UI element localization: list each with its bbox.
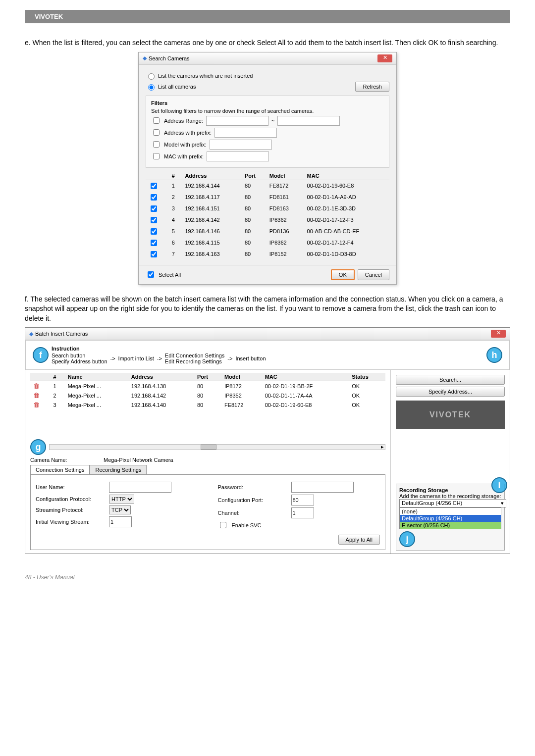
- arrow-icon: ->: [110, 355, 115, 361]
- chevron-right-icon[interactable]: ▸: [381, 444, 384, 450]
- apply-to-all-button[interactable]: Apply to All: [338, 535, 380, 545]
- addr-prefix-input[interactable]: [214, 128, 277, 138]
- row-checkbox[interactable]: [151, 183, 157, 189]
- marker-j: j: [399, 531, 415, 547]
- arrow-icon: ->: [157, 355, 162, 361]
- storage-select[interactable]: DefaultGroup (4/256 CH) ▾: [399, 499, 506, 507]
- flow-edit-conn: Edit Connection Settings: [165, 353, 224, 358]
- instruction-label: Instruction: [52, 346, 483, 352]
- trash-icon[interactable]: 🗑: [33, 401, 40, 408]
- stream-protocol-select[interactable]: TCP: [109, 505, 131, 514]
- radio-all[interactable]: [148, 84, 155, 91]
- batch-insert-dialog: ◆ Batch Insert Cameras ✕ f Instruction S…: [25, 327, 510, 554]
- conf-protocol-select[interactable]: HTTP: [109, 495, 134, 504]
- radio-not-inserted-label: List the cameras which are not inserted: [158, 73, 253, 79]
- table-row[interactable]: 2192.168.4.11780FD816100-02-D1-1A-A9-AD: [146, 192, 389, 203]
- refresh-button[interactable]: Refresh: [355, 82, 389, 92]
- storage-option[interactable]: DefaultGroup (4/256 CH): [400, 515, 501, 522]
- ok-button[interactable]: OK: [331, 269, 355, 280]
- storage-option[interactable]: (none): [400, 508, 501, 515]
- tab-connection-settings[interactable]: Connection Settings: [30, 465, 90, 474]
- radio-all-label: List all cameras: [158, 84, 196, 90]
- lbl-channel: Channel:: [218, 510, 287, 516]
- mac-prefix-input[interactable]: [207, 151, 269, 161]
- table-row[interactable]: 3192.168.4.15180FD816300-02-D1-1E-3D-3D: [146, 203, 389, 214]
- scrollbar[interactable]: ▸: [49, 444, 385, 450]
- search-button[interactable]: Search...: [396, 375, 505, 385]
- chk-enable-svc[interactable]: [220, 522, 226, 528]
- channel-stepper[interactable]: [291, 507, 314, 518]
- batch-cameras-table: # Name Address Port Model MAC Status 🗑1M…: [30, 373, 385, 409]
- batch-title-text: Batch Insert Cameras: [35, 331, 88, 337]
- col-num: #: [169, 172, 182, 180]
- trash-icon[interactable]: 🗑: [33, 392, 40, 399]
- dialog-title-text: Search Cameras: [149, 55, 190, 61]
- row-checkbox[interactable]: [151, 240, 157, 246]
- flow-edit-rec: Edit Recording Settings: [165, 358, 224, 364]
- conf-port-stepper[interactable]: [291, 495, 314, 505]
- specify-address-button[interactable]: Specify Address...: [396, 387, 505, 397]
- storage-dropdown[interactable]: (none) DefaultGroup (4/256 CH) E sector …: [399, 507, 501, 529]
- chk-address-prefix[interactable]: [153, 129, 160, 136]
- chk-mac-prefix[interactable]: [153, 153, 160, 159]
- col-address: Address: [182, 172, 242, 180]
- paragraph-f: f. The selected cameras will be shown on…: [25, 295, 510, 324]
- tab-recording-settings[interactable]: Recording Settings: [90, 465, 147, 474]
- storage-option[interactable]: E sector (0/256 CH): [400, 522, 501, 529]
- table-row[interactable]: 5192.168.4.14680PD813600-AB-CD-AB-CD-EF: [146, 226, 389, 237]
- flow-specify-button: Specify Address button: [52, 358, 107, 364]
- paragraph-e: e. When the list is filtered, you can se…: [25, 38, 510, 48]
- select-all-label: Select All: [159, 272, 181, 278]
- radio-not-inserted[interactable]: [148, 73, 155, 80]
- snapshot-preview: VIVOTEK: [396, 401, 505, 429]
- addr-range-to[interactable]: [277, 116, 340, 126]
- user-name-field[interactable]: [109, 482, 171, 493]
- cameras-table: # Address Port Model MAC 1192.168.4.1448…: [146, 172, 389, 260]
- table-row[interactable]: 🗑1Mega-Pixel ...192.168.4.13880IP817200-…: [30, 381, 385, 391]
- camera-name-label: Camera Name:: [30, 457, 100, 463]
- table-row[interactable]: 🗑3Mega-Pixel ...192.168.4.14080FE817200-…: [30, 400, 385, 409]
- page-footer: 48 - User's Manual: [25, 574, 510, 581]
- lbl-password: Password:: [218, 484, 287, 490]
- table-row[interactable]: 4192.168.4.14280IP836200-02-D1-17-12-F3: [146, 214, 389, 226]
- search-cameras-dialog: ◆ Search Cameras ✕ List the cameras whic…: [138, 52, 397, 285]
- recording-storage-box: i Recording Storage Add the cameras to t…: [396, 484, 505, 551]
- close-icon[interactable]: ✕: [491, 330, 506, 338]
- close-icon[interactable]: ✕: [377, 54, 392, 62]
- instruction-bar: f Instruction Search button Specify Addr…: [25, 340, 510, 370]
- table-row[interactable]: 1192.168.4.14480FE817200-02-D1-19-60-E8: [146, 180, 389, 192]
- lbl-enable-svc: Enable SVC: [232, 522, 262, 528]
- row-checkbox[interactable]: [151, 194, 157, 201]
- lbl-address-prefix: Address with prefix:: [164, 130, 212, 136]
- marker-i: i: [491, 477, 507, 493]
- flow-import: Import into List: [118, 355, 154, 361]
- bcol-port: Port: [194, 373, 221, 381]
- filters-title: Filters: [151, 100, 384, 106]
- row-checkbox[interactable]: [151, 205, 157, 212]
- row-checkbox[interactable]: [151, 251, 157, 257]
- lbl-mac-prefix: MAC with prefix:: [164, 153, 204, 159]
- lbl-init-view: Initial Viewing Stream:: [36, 519, 105, 525]
- bcol-mac: MAC: [262, 373, 349, 381]
- password-field[interactable]: [291, 482, 354, 493]
- addr-range-from[interactable]: [206, 116, 268, 126]
- lbl-address-range: Address Range:: [164, 118, 203, 124]
- trash-icon[interactable]: 🗑: [33, 382, 40, 390]
- table-row[interactable]: 🗑2Mega-Pixel ...192.168.4.14280IP835200-…: [30, 391, 385, 400]
- cancel-button[interactable]: Cancel: [358, 269, 389, 280]
- range-sep: ~: [271, 118, 274, 124]
- table-row[interactable]: 7192.168.4.16380IP815200-02-D1-1D-D3-8D: [146, 249, 389, 260]
- row-checkbox[interactable]: [151, 217, 157, 223]
- bcol-num: #: [50, 373, 64, 381]
- lbl-model-prefix: Model with prefix:: [164, 142, 207, 148]
- model-prefix-input[interactable]: [210, 140, 272, 150]
- row-checkbox[interactable]: [151, 228, 157, 235]
- recording-storage-title: Recording Storage: [399, 487, 501, 493]
- chk-model-prefix[interactable]: [153, 141, 160, 148]
- select-all-checkbox[interactable]: [148, 271, 154, 278]
- init-view-stepper[interactable]: [109, 516, 132, 527]
- col-port: Port: [242, 172, 267, 180]
- filters-desc: Set following filters to narrow down the…: [151, 108, 384, 114]
- table-row[interactable]: 6192.168.4.11580IP836200-02-D1-17-12-F4: [146, 237, 389, 249]
- chk-address-range[interactable]: [153, 117, 160, 124]
